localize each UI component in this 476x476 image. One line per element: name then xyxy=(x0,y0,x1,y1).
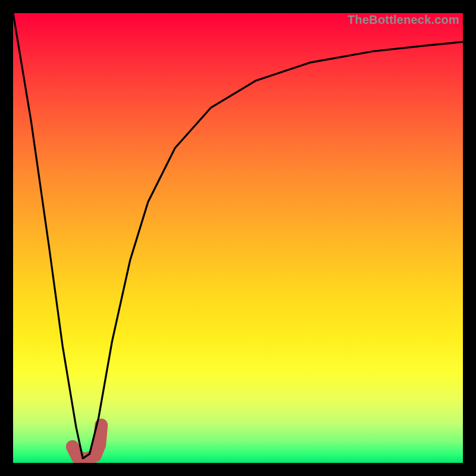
bottleneck-curve xyxy=(13,13,463,458)
marker-dot xyxy=(67,441,79,453)
chart-frame: TheBottleneck.com xyxy=(0,0,476,476)
plot-area: TheBottleneck.com xyxy=(13,13,463,463)
chart-svg xyxy=(13,13,463,463)
